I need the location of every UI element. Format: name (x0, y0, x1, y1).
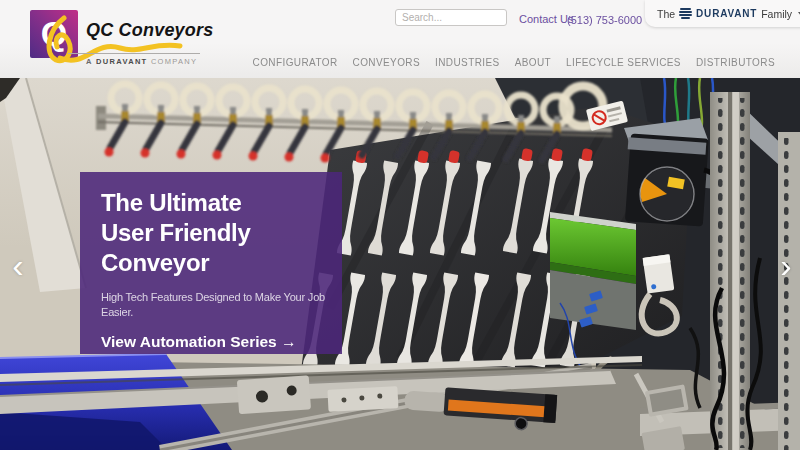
search-input[interactable] (395, 9, 507, 26)
tagline-prefix: A (86, 57, 93, 66)
hero-carousel: The Ultimate User Friendly Conveyor High… (0, 78, 800, 450)
duravant-logo-icon (679, 8, 692, 19)
view-automation-series-link[interactable]: View Automation Series → (101, 333, 297, 351)
qc-conveyors-homepage: Q QC Conveyors A DURAVANT COMPANY Contac… (0, 0, 800, 450)
tagline-brand: DURAVANT (96, 57, 147, 66)
nav-item-lifecycle-services[interactable]: LIFECYCLE SERVICES (566, 57, 681, 68)
site-header: Q QC Conveyors A DURAVANT COMPANY Contac… (0, 0, 800, 78)
nav-item-industries[interactable]: INDUSTRIES (435, 57, 500, 68)
phone-number-link[interactable]: (513) 753-6000 (567, 14, 642, 26)
contact-us-link[interactable]: Contact Us (519, 13, 573, 25)
nav-item-conveyors[interactable]: CONVEYORS (353, 57, 421, 68)
hero-slide-overlay: The Ultimate User Friendly Conveyor High… (80, 172, 342, 354)
hero-title-line-2: User Friendly (101, 218, 334, 248)
family-tab-suffix: Family (761, 8, 792, 20)
hero-title-line-1: The Ultimate (101, 188, 334, 218)
logo-tagline: A DURAVANT COMPANY (86, 57, 197, 66)
carousel-next-arrow[interactable]: › (774, 250, 798, 282)
carousel-prev-arrow[interactable]: ‹ (6, 250, 30, 282)
tagline-suffix: COMPANY (151, 57, 197, 66)
brand-name: QC Conveyors (86, 20, 213, 41)
nav-item-distributors[interactable]: DISTRIBUTORS (696, 57, 775, 68)
logo-q-mark: Q (30, 10, 78, 58)
hero-subtitle: High Tech Features Designed to Make Your… (101, 290, 339, 320)
logo-divider (68, 53, 200, 54)
nav-item-configurator[interactable]: CONFIGURATOR (253, 57, 338, 68)
nav-item-about[interactable]: ABOUT (515, 57, 551, 68)
company-logo[interactable]: Q QC Conveyors A DURAVANT COMPANY (30, 10, 260, 72)
hero-title: The Ultimate User Friendly Conveyor (101, 188, 334, 278)
family-tab-brand: DURAVANT (696, 8, 757, 19)
main-navigation: CONFIGURATOR CONVEYORS INDUSTRIES ABOUT … (253, 57, 775, 68)
family-tab-prefix: The (657, 8, 675, 20)
duravant-family-dropdown[interactable]: The DURAVANT Family (645, 0, 800, 27)
logo-q-letter: Q (41, 16, 67, 50)
hero-title-line-3: Conveyor (101, 248, 334, 278)
